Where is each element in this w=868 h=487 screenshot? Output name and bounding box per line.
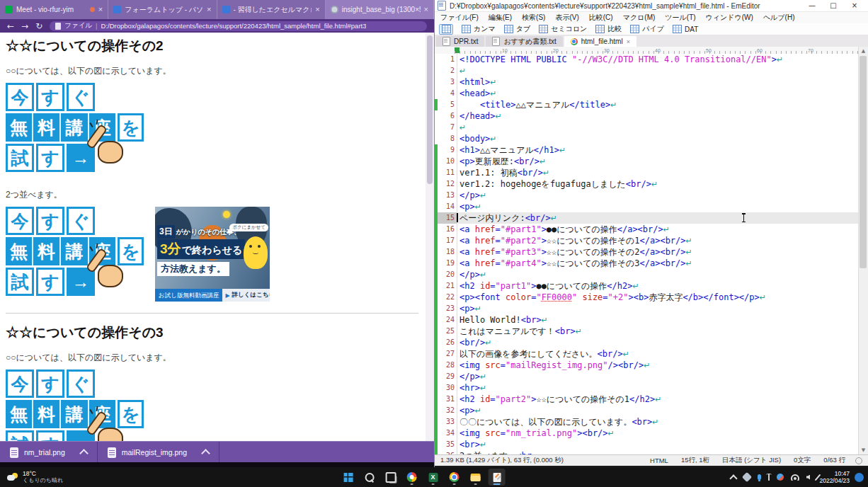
scroll-down-icon[interactable]: ▼ — [859, 446, 868, 454]
scrollbar-thumb[interactable] — [427, 35, 433, 184]
maximize-button[interactable]: □ — [823, 0, 844, 11]
code-text[interactable]: <hr>↵ — [457, 382, 486, 394]
code-text[interactable]: ページ内リンク:<br/>↵ — [457, 212, 557, 224]
menu-item[interactable]: 編集(E) — [489, 13, 512, 23]
code-text[interactable]: <a href="#part1">●●についての操作</a><br/>↵ — [457, 224, 670, 235]
tab-close-icon[interactable]: × — [627, 38, 630, 45]
code-text[interactable]: <a href="#part4">☆☆についての操作その3</a><br/>↵ — [457, 258, 692, 269]
taskbar-clock[interactable]: 10:47 2022/04/23 — [819, 470, 850, 484]
forward-icon[interactable]: → — [21, 22, 28, 30]
code-text[interactable]: <p><font color="FF0000" size="+2"><b>赤字太… — [457, 292, 766, 303]
address-bar[interactable]: ファイル | D:/Dropbox/galapagos/contents/lec… — [50, 21, 427, 31]
editor-tab[interactable]: おすすめ書類.txt — [486, 36, 562, 47]
code-text[interactable]: </head>↵ — [457, 110, 502, 122]
weather-widget[interactable]: 18°C くもりのち晴れ — [0, 471, 149, 484]
toolbar-button[interactable]: DAT — [673, 25, 698, 33]
code-text[interactable]: 〇〇については、以下の図に示しています。<br>↵ — [457, 416, 659, 428]
toolbar-button[interactable]: タブ — [504, 24, 530, 34]
download-chip[interactable]: nm_trial.png — [0, 442, 98, 463]
code-text[interactable]: <br/>↵ — [457, 337, 491, 348]
dropbox-icon[interactable] — [742, 472, 752, 482]
code-editing-area[interactable]: 1<!DOCTYPE HTML PUBLIC "-//W3C//DTD HTML… — [435, 54, 860, 454]
menu-item[interactable]: 検索(S) — [522, 13, 545, 23]
search-taskbar-icon[interactable] — [361, 469, 378, 486]
chrome-taskbar-icon[interactable] — [446, 469, 463, 486]
antenna-icon[interactable] — [768, 474, 770, 481]
task-view-taskbar-icon[interactable] — [382, 469, 399, 486]
code-text[interactable]: <h2 id="part2">☆☆についての操作その1</h2>↵ — [457, 394, 661, 405]
code-text[interactable]: <body>↵ — [457, 133, 497, 144]
file-explorer-taskbar-icon[interactable] — [467, 469, 484, 486]
code-text[interactable]: <title>△△マニュアル</title>↵ — [457, 99, 617, 110]
code-text[interactable]: ↵ — [457, 65, 466, 76]
app-colorful-taskbar-icon[interactable] — [404, 469, 421, 486]
excel-taskbar-icon[interactable]: X — [425, 469, 442, 486]
start-taskbar-icon[interactable] — [340, 469, 357, 486]
code-text[interactable]: <a href="#part2">☆☆についての操作その1</a><br/>↵ — [457, 235, 692, 246]
menu-item[interactable]: ツール(T) — [665, 13, 695, 23]
toolbar-button[interactable]: カンマ — [462, 24, 496, 34]
minimize-button[interactable]: — — [801, 0, 823, 11]
menu-item[interactable]: ウィンドウ(W) — [706, 13, 753, 23]
code-text[interactable]: <p>↵ — [457, 303, 481, 314]
code-text[interactable]: ver1.2: hogehogeをfugafugaしました<br/>↵ — [457, 178, 658, 190]
browser-tab[interactable]: - 習得したエクセルマクロを使いこな...× — [217, 0, 326, 19]
chevron-up-icon[interactable] — [79, 449, 88, 458]
csv-mode-button[interactable] — [439, 24, 453, 35]
code-text[interactable]: <html>↵ — [457, 76, 497, 88]
reload-icon[interactable]: ↻ — [35, 22, 42, 30]
code-text[interactable]: <p>更新履歴:<br/>↵ — [457, 156, 546, 167]
browser-scrollbar[interactable] — [426, 33, 434, 441]
browser-tab[interactable]: insight_base_big (1300×550)× — [326, 0, 434, 19]
code-text[interactable]: <a href="#part3">☆☆についての操作その2</a><br/>↵ — [457, 246, 692, 258]
code-text[interactable]: これはマニュアルです！<br>↵ — [457, 326, 582, 337]
code-text[interactable]: <p>↵ — [457, 405, 481, 416]
download-chip[interactable]: mailRegist_img.png — [98, 442, 219, 463]
menu-item[interactable]: 表示(V) — [555, 13, 578, 23]
toolbar-button[interactable]: パイプ — [630, 24, 664, 34]
menu-item[interactable]: ヘルプ(H) — [763, 13, 795, 23]
code-text[interactable]: <img src="nm_trial.png"><br/>↵ — [457, 428, 615, 439]
menu-item[interactable]: ファイル(F) — [440, 13, 479, 23]
color-dot-icon[interactable] — [777, 474, 784, 481]
code-text[interactable]: </p>↵ — [457, 269, 486, 280]
section-heading: ☆☆についての操作その3 — [6, 323, 426, 342]
toolbar-button[interactable]: 比較 — [595, 24, 622, 34]
code-text[interactable]: ↵ — [457, 122, 466, 133]
code-text[interactable]: ver1.1: 初稿<br/>↵ — [457, 167, 549, 178]
wifi-icon[interactable] — [791, 474, 799, 481]
code-text[interactable]: <h1>△△マニュアル</h1>↵ — [457, 144, 566, 156]
close-button[interactable]: × — [844, 0, 865, 11]
browser-tab[interactable]: Meet - vio-rfur-yim× — [0, 0, 108, 19]
code-text[interactable]: 以下の画像を参考にしてください。<br/>↵ — [457, 348, 629, 360]
notification-badge[interactable] — [855, 473, 864, 482]
editor-scrollbar[interactable]: ▲ ▼ — [858, 47, 868, 454]
browser-tab[interactable]: フォーラムトップ - パソコン仕事5倍...× — [108, 0, 217, 19]
toolbar-button[interactable]: セミコロン — [539, 24, 587, 34]
tab-close-icon[interactable]: × — [315, 6, 319, 13]
code-text[interactable]: <head>↵ — [457, 88, 497, 99]
tab-close-icon[interactable]: × — [98, 6, 103, 13]
mic-icon[interactable] — [758, 474, 761, 480]
code-text[interactable]: </p>↵ — [457, 371, 486, 382]
code-text[interactable]: <br>↵ — [457, 439, 486, 450]
code-text[interactable]: <h2 id="part1">●●についての操作</h2>↵ — [457, 280, 639, 292]
editor-tab[interactable]: DPR.txt — [436, 36, 484, 47]
tab-close-icon[interactable]: × — [424, 6, 428, 13]
back-icon[interactable]: ← — [7, 22, 14, 30]
code-text[interactable]: <!DOCTYPE HTML PUBLIC "-//W3C//DTD HTML … — [457, 54, 783, 65]
scroll-up-icon[interactable]: ▲ — [859, 47, 868, 55]
chevron-up-icon[interactable] — [201, 449, 210, 458]
editor-tab[interactable]: html_file.html× — [564, 36, 636, 47]
code-text[interactable]: <img src="mailRegist_img.png"/><br/>↵ — [457, 360, 650, 371]
menu-item[interactable]: マクロ(M) — [623, 13, 656, 23]
chevron-up-icon[interactable] — [729, 474, 737, 482]
code-text[interactable]: <p>↵ — [457, 201, 481, 212]
code-text[interactable]: </p>↵ — [457, 190, 486, 201]
tab-close-icon[interactable]: × — [207, 6, 211, 13]
volume-icon[interactable] — [806, 475, 810, 480]
code-text[interactable]: Hello World!<br>↵ — [457, 314, 548, 326]
menu-item[interactable]: 比較(C) — [589, 13, 613, 23]
scrollbar-thumb[interactable] — [860, 56, 867, 268]
emeditor-taskbar-icon[interactable] — [489, 469, 506, 486]
